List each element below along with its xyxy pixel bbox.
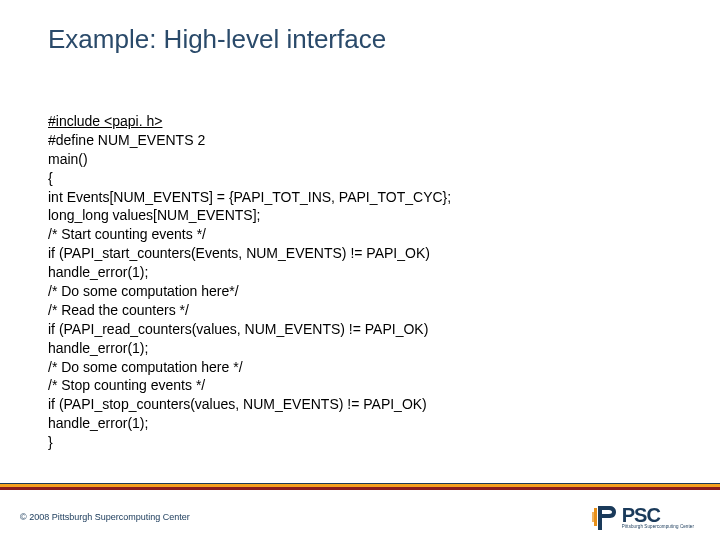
page-title: Example: High-level interface	[48, 24, 386, 55]
code-line: if (PAPI_start_counters(Events, NUM_EVEN…	[48, 244, 660, 263]
divider-band	[0, 484, 720, 490]
psc-logo-subtitle: Pittsburgh Supercomputing Center	[622, 525, 694, 530]
psc-logo-icon	[592, 502, 620, 532]
code-block: #include <papi. h>#define NUM_EVENTS 2ma…	[48, 112, 660, 452]
code-line: #include <papi. h>	[48, 112, 660, 131]
code-line: {	[48, 169, 660, 188]
code-line: long_long values[NUM_EVENTS];	[48, 206, 660, 225]
code-line: if (PAPI_read_counters(values, NUM_EVENT…	[48, 320, 660, 339]
code-line: }	[48, 433, 660, 452]
code-line: /* Do some computation here*/	[48, 282, 660, 301]
code-line: /* Stop counting events */	[48, 376, 660, 395]
code-line: handle_error(1);	[48, 263, 660, 282]
psc-logo-text: PSC Pittsburgh Supercomputing Center	[622, 505, 694, 530]
code-line: handle_error(1);	[48, 414, 660, 433]
copyright-footer: © 2008 Pittsburgh Supercomputing Center	[20, 512, 190, 522]
psc-logo-acronym: PSC	[622, 505, 694, 525]
code-line: if (PAPI_stop_counters(values, NUM_EVENT…	[48, 395, 660, 414]
code-line: #define NUM_EVENTS 2	[48, 131, 660, 150]
code-line: main()	[48, 150, 660, 169]
code-line: /* Do some computation here */	[48, 358, 660, 377]
slide: Example: High-level interface #include <…	[0, 0, 720, 540]
code-line: /* Start counting events */	[48, 225, 660, 244]
code-line: int Events[NUM_EVENTS] = {PAPI_TOT_INS, …	[48, 188, 660, 207]
psc-logo: PSC Pittsburgh Supercomputing Center	[592, 502, 694, 532]
code-line: handle_error(1);	[48, 339, 660, 358]
code-line: /* Read the counters */	[48, 301, 660, 320]
